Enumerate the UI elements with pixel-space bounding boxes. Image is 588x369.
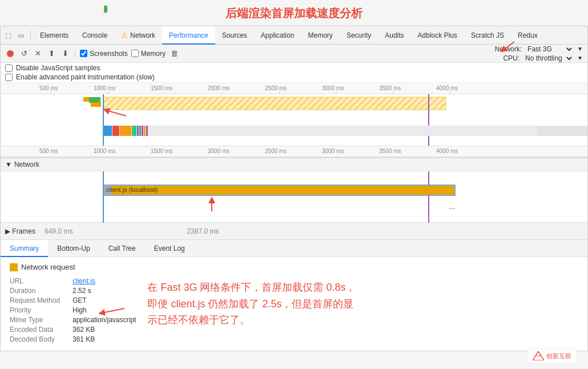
network-track: client.js (localhost) ... xyxy=(1,171,587,223)
tab-memory[interactable]: Memory xyxy=(301,26,340,45)
tab-network[interactable]: ⚠ Network xyxy=(114,26,162,45)
network-collapse-arrow: ▼ xyxy=(5,161,12,169)
upload-button[interactable]: ⬆ xyxy=(46,49,57,59)
svg-rect-29 xyxy=(132,126,136,136)
arrow-to-fast3g xyxy=(486,39,520,56)
toolbar: ↺ ✕ ⬆ ⬇ Screenshots Memory 🗑 Network: xyxy=(1,45,587,63)
timeline-area: 500 ms 1000 ms 1500 ms 2000 ms 2500 ms 3… xyxy=(1,83,587,158)
arrow-to-duration xyxy=(96,303,130,320)
disable-js-checkbox[interactable] xyxy=(5,65,13,72)
arrow-annotation-1 xyxy=(106,110,126,116)
summary-panel: Network request URL client.js Duration 2… xyxy=(1,257,587,351)
svg-rect-31 xyxy=(137,126,139,136)
download-button[interactable]: ⬇ xyxy=(60,49,70,59)
memory-check[interactable]: Memory xyxy=(131,50,166,58)
summary-left: Network request URL client.js Duration 2… xyxy=(10,263,136,345)
top-ruler: 500 ms 1000 ms 1500 ms 2000 ms 2500 ms 3… xyxy=(1,83,587,94)
url-link[interactable]: client.js xyxy=(73,277,95,285)
network-section-header[interactable]: ▼ Network xyxy=(1,158,587,171)
memory-checkbox[interactable] xyxy=(131,50,139,57)
network-track-svg: client.js (localhost) ... xyxy=(1,171,588,223)
enable-paint-checkbox[interactable] xyxy=(5,74,13,81)
svg-rect-27 xyxy=(112,126,119,136)
svg-text:2000 ms: 2000 ms xyxy=(208,85,229,91)
svg-rect-34 xyxy=(144,126,146,136)
options-bar: Disable JavaScript samples Enable advanc… xyxy=(1,63,587,83)
tab-console[interactable]: Console xyxy=(75,26,114,45)
svg-rect-20 xyxy=(89,97,100,103)
cpu-throttle-select[interactable]: No throttling 2x slowdown 4x slowdown xyxy=(523,54,574,63)
svg-rect-52 xyxy=(104,6,107,13)
svg-rect-28 xyxy=(120,126,131,136)
bottom-tab-summary[interactable]: Summary xyxy=(1,240,48,257)
svg-rect-26 xyxy=(103,126,112,136)
disable-js-option[interactable]: Disable JavaScript samples xyxy=(5,64,583,72)
reload-button[interactable]: ↺ xyxy=(19,49,29,59)
detail-row-decoded: Decoded Body 361 KB xyxy=(10,335,136,343)
toolbar-right: Network: Fast 3G Slow 3G No throttling O… xyxy=(495,45,583,63)
enable-paint-option[interactable]: Enable advanced paint instrumentation (s… xyxy=(5,73,583,81)
frames-bars xyxy=(57,3,228,14)
devtools-window: ⬚ ▭ Elements Console ⚠ Network Performan… xyxy=(0,26,588,351)
summary-right: 在 Fast 3G 网络条件下，首屏加载仅需 0.8s， 即便 client.j… xyxy=(136,263,578,345)
bottom-ruler-svg: 500 ms 1000 ms 1500 ms 2000 ms 2500 ms 3… xyxy=(5,146,570,157)
svg-text:2500 ms: 2500 ms xyxy=(265,148,287,154)
tab-elements[interactable]: Elements xyxy=(33,26,75,45)
svg-text:1000 ms: 1000 ms xyxy=(94,85,115,91)
bottom-tab-event-log[interactable]: Event Log xyxy=(145,240,194,257)
svg-text:3000 ms: 3000 ms xyxy=(322,148,344,154)
trash-button[interactable]: 🗑 xyxy=(169,49,179,59)
svg-rect-22 xyxy=(91,102,101,107)
network-section: ▼ Network client.js (localhost) xyxy=(1,158,587,223)
record-button[interactable] xyxy=(5,49,15,59)
tab-adblock[interactable]: Adblock Plus xyxy=(411,26,464,45)
bottom-tab-bottom-up[interactable]: Bottom-Up xyxy=(48,240,99,257)
svg-text:500 ms: 500 ms xyxy=(39,148,58,154)
svg-text:4000 ms: 4000 ms xyxy=(436,85,458,91)
bottom-tab-call-tree[interactable]: Call Tree xyxy=(99,240,145,257)
svg-rect-35 xyxy=(146,126,148,136)
annotation-text: 在 Fast 3G 网络条件下，首屏加载仅需 0.8s， 即便 client.j… xyxy=(147,279,356,328)
flame-chart xyxy=(1,94,587,146)
svg-rect-19 xyxy=(103,97,446,110)
svg-text:1500 ms: 1500 ms xyxy=(151,148,172,154)
screenshots-checkbox[interactable] xyxy=(80,50,87,57)
network-warning-icon: ⚠ xyxy=(121,26,128,45)
inspect-icon[interactable]: ⬚ xyxy=(3,30,13,41)
bottom-tabs: Summary Bottom-Up Call Tree Event Log xyxy=(1,240,587,257)
bottom-ruler: 500 ms 1000 ms 1500 ms 2000 ms 2500 ms 3… xyxy=(1,146,587,157)
tab-audits[interactable]: Audits xyxy=(378,26,410,45)
network-request-icon xyxy=(10,263,18,271)
detail-row-duration: Duration 2.52 s xyxy=(10,287,136,295)
svg-text:3500 ms: 3500 ms xyxy=(379,148,401,154)
tab-icons: ⬚ ▭ xyxy=(3,30,31,41)
flame-chart-svg xyxy=(1,94,587,146)
svg-rect-32 xyxy=(139,126,141,136)
network-throttle-select[interactable]: Fast 3G Slow 3G No throttling Offline xyxy=(525,45,574,54)
svg-text:client.js (localhost): client.js (localhost) xyxy=(106,186,158,193)
svg-text:1000 ms: 1000 ms xyxy=(94,148,115,154)
stop-button[interactable]: ✕ xyxy=(33,49,43,59)
svg-text:2500 ms: 2500 ms xyxy=(265,85,287,91)
separator xyxy=(75,49,75,58)
svg-rect-36 xyxy=(537,126,587,136)
svg-text:...: ... xyxy=(449,202,456,211)
detail-row-url: URL client.js xyxy=(10,277,136,285)
tab-security[interactable]: Security xyxy=(340,26,378,45)
cpu-dropdown-arrow: ▼ xyxy=(577,55,583,61)
brand-logo: 创新互联 xyxy=(527,348,577,351)
tab-performance[interactable]: Performance xyxy=(162,26,215,45)
screenshots-check[interactable]: Screenshots xyxy=(80,50,128,58)
svg-text:1500 ms: 1500 ms xyxy=(151,85,172,91)
svg-text:500 ms: 500 ms xyxy=(39,85,58,91)
tab-application[interactable]: Application xyxy=(254,26,301,45)
tab-sources[interactable]: Sources xyxy=(215,26,254,45)
network-request-header: Network request xyxy=(10,263,136,271)
svg-rect-21 xyxy=(83,97,89,102)
svg-rect-30 xyxy=(137,126,537,136)
ruler-svg: 500 ms 1000 ms 1500 ms 2000 ms 2500 ms 3… xyxy=(5,83,570,94)
svg-text:2000 ms: 2000 ms xyxy=(208,148,229,154)
svg-text:3000 ms: 3000 ms xyxy=(322,85,344,91)
svg-rect-33 xyxy=(142,126,143,136)
device-icon[interactable]: ▭ xyxy=(15,30,26,41)
